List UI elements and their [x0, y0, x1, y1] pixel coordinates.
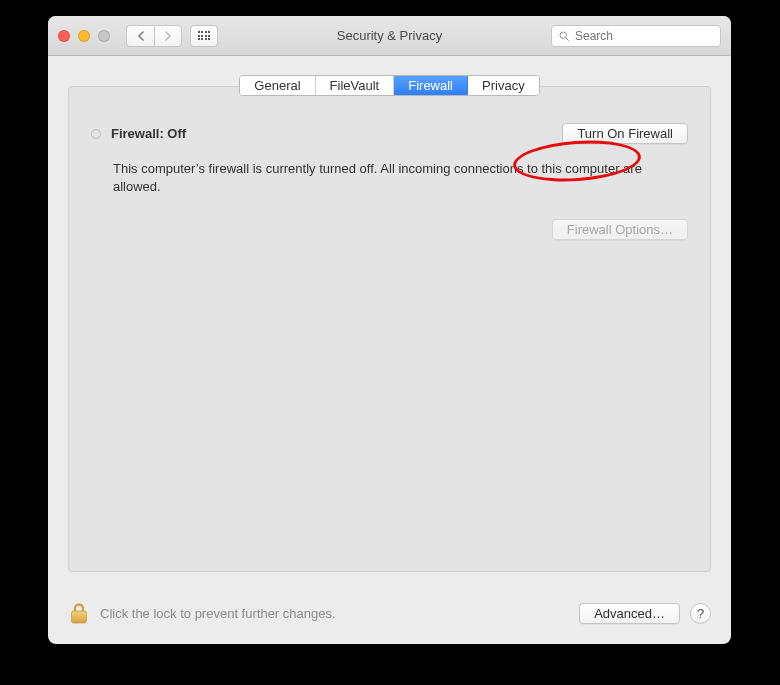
- preferences-window: Security & Privacy General FileVault Fir…: [48, 16, 731, 644]
- firewall-status-indicator-icon: [91, 129, 101, 139]
- firewall-panel: Firewall: Off Turn On Firewall This comp…: [68, 86, 711, 572]
- firewall-options-button[interactable]: Firewall Options…: [552, 219, 688, 240]
- firewall-status-label: Firewall: Off: [111, 126, 552, 141]
- body: General FileVault Firewall Privacy Firew…: [48, 56, 731, 644]
- forward-button[interactable]: [154, 25, 182, 47]
- nav-buttons: [126, 25, 182, 47]
- show-all-button[interactable]: [190, 25, 218, 47]
- turn-on-firewall-button[interactable]: Turn On Firewall: [562, 123, 688, 144]
- minimize-window-button[interactable]: [78, 30, 90, 42]
- lock-text: Click the lock to prevent further change…: [100, 606, 569, 621]
- tab-general[interactable]: General: [240, 76, 315, 95]
- tab-filevault[interactable]: FileVault: [316, 76, 395, 95]
- close-window-button[interactable]: [58, 30, 70, 42]
- tab-firewall[interactable]: Firewall: [394, 76, 468, 95]
- firewall-status-row: Firewall: Off Turn On Firewall: [91, 123, 688, 144]
- grid-icon: [198, 31, 211, 40]
- search-icon: [558, 30, 570, 42]
- firewall-description: This computer’s firewall is currently tu…: [113, 160, 673, 195]
- advanced-button[interactable]: Advanced…: [579, 603, 680, 624]
- back-button[interactable]: [126, 25, 154, 47]
- chevron-left-icon: [137, 31, 145, 41]
- search-field[interactable]: [575, 29, 714, 43]
- svg-rect-2: [72, 611, 87, 623]
- window-controls: [58, 30, 110, 42]
- lock-icon[interactable]: [68, 600, 90, 626]
- toolbar: Security & Privacy: [48, 16, 731, 56]
- tab-privacy[interactable]: Privacy: [468, 76, 539, 95]
- zoom-window-button[interactable]: [98, 30, 110, 42]
- footer: Click the lock to prevent further change…: [68, 600, 711, 626]
- tab-bar: General FileVault Firewall Privacy: [239, 75, 539, 96]
- search-input[interactable]: [551, 25, 721, 47]
- svg-line-1: [566, 37, 569, 40]
- help-button[interactable]: ?: [690, 603, 711, 624]
- chevron-right-icon: [164, 31, 172, 41]
